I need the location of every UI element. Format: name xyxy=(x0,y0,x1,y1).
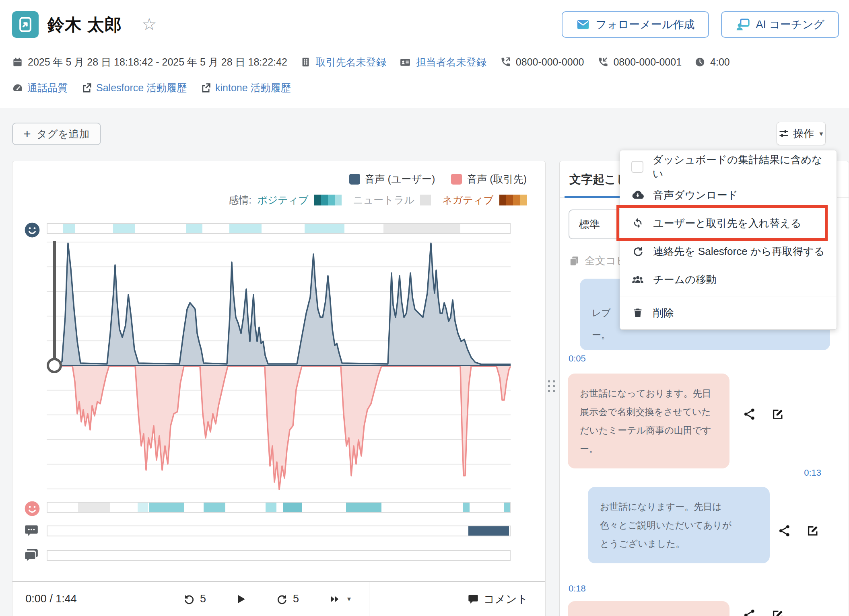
share-icon[interactable] xyxy=(743,407,756,421)
menu-item-label: 連絡先を Salesforce から再取得する xyxy=(653,244,824,259)
account-name-link[interactable]: 取引先名未登録 xyxy=(316,55,386,69)
bubble-line: 色々とご説明いただいてありが xyxy=(600,516,758,534)
negative-swatch xyxy=(499,195,527,205)
sentiment-segment xyxy=(149,503,184,512)
external-link-icon xyxy=(81,82,92,93)
team-icon xyxy=(631,273,644,286)
clock-icon xyxy=(694,57,705,68)
outbound-call-icon xyxy=(12,11,39,38)
transcript-bubble-user[interactable]: お世話になりますー。先日は 色々とご説明いただいてありが とうございました。 xyxy=(588,487,770,563)
menu-divider xyxy=(620,296,837,296)
call-duration: 4:00 xyxy=(710,56,730,68)
menu-item-refetch-salesforce[interactable]: 連絡先を Salesforce から再取得する xyxy=(620,237,837,265)
waveform-chart[interactable] xyxy=(47,241,511,490)
play-button[interactable] xyxy=(219,582,263,616)
bubble-line: だいたミーテル商事の山田です xyxy=(580,421,717,439)
menu-item-audio-download[interactable]: 音声ダウンロード xyxy=(620,181,837,209)
menu-item-delete[interactable]: 削除 xyxy=(620,299,837,327)
transcript-bubble-customer[interactable]: こちらこそお時間ありがとうご ざいました。 xyxy=(568,601,729,616)
timestamp-link[interactable]: 0:18 xyxy=(569,583,586,594)
share-icon[interactable] xyxy=(778,524,791,538)
copy-icon xyxy=(569,255,580,267)
outgoing-call-icon xyxy=(499,56,511,68)
skip-back-button[interactable]: 5 xyxy=(170,582,219,616)
swap-refresh-icon xyxy=(631,217,644,229)
actions-dropdown-menu: ダッシュボードの集計結果に含めない 音声ダウンロード ユーザーと取引先を入れ替え… xyxy=(620,150,837,330)
ai-coaching-button[interactable]: AI コーチング xyxy=(721,11,839,38)
sentiment-legend: 感情: ポジティブ ニュートラル ネガティブ xyxy=(229,193,527,207)
customer-voice-label: 音声 (取引先) xyxy=(467,172,527,186)
menu-item-label: 音声ダウンロード xyxy=(653,188,738,202)
neutral-swatch xyxy=(420,195,431,205)
sentiment-segment xyxy=(504,503,510,512)
skip-forward-button[interactable]: 5 xyxy=(263,582,312,616)
call-quality-link[interactable]: 通話品質 xyxy=(27,81,68,94)
skip-forward-label: 5 xyxy=(293,593,299,605)
undo-arrow-icon xyxy=(183,593,195,605)
menu-item-label: ユーザーと取引先を入れ替える xyxy=(653,216,801,230)
external-link-icon xyxy=(200,82,211,93)
comment-button[interactable]: コメント xyxy=(450,582,545,616)
user-sentiment-bar[interactable] xyxy=(47,223,511,234)
salesforce-history-link[interactable]: Salesforce 活動履歴 xyxy=(96,81,187,94)
player-spacer xyxy=(369,582,450,616)
sentiment-segment xyxy=(463,503,470,512)
sentiment-segment xyxy=(63,224,75,233)
call-analysis-panel: 音声 (ユーザー) 音声 (取引先) 感情: ポジティブ ニュートラル ネガティ… xyxy=(12,161,546,616)
audio-player: 0:00 / 1:44 5 5 ▼ コメント xyxy=(12,581,545,616)
mail-icon xyxy=(576,18,590,31)
sentiment-segment xyxy=(113,224,135,233)
bubble-line: こちらこそお時間ありがとうご xyxy=(580,612,717,616)
ai-coaching-label: AI コーチング xyxy=(756,17,824,32)
callee-number: 0800-000-0001 xyxy=(613,56,682,68)
skip-back-label: 5 xyxy=(200,593,206,605)
share-icon[interactable] xyxy=(743,608,756,616)
playhead-handle[interactable] xyxy=(48,359,61,372)
comment-button-label: コメント xyxy=(484,592,528,606)
calendar-icon xyxy=(12,57,23,68)
sentiment-label: 感情: xyxy=(229,193,251,207)
timestamp-link[interactable]: 0:05 xyxy=(569,353,586,364)
comment-dots-icon xyxy=(24,523,39,538)
ai-coaching-icon xyxy=(736,17,750,32)
menu-item-swap-user-account[interactable]: ユーザーと取引先を入れ替える xyxy=(620,209,837,237)
sentiment-segment xyxy=(305,224,344,233)
contact-name-link[interactable]: 担当者名未登録 xyxy=(416,55,486,69)
keyword-bar[interactable] xyxy=(47,526,511,536)
call-datetime: 2025 年 5 月 28 日 18:18:42 - 2025 年 5 月 28… xyxy=(28,55,287,69)
fast-forward-icon xyxy=(329,593,341,605)
play-icon xyxy=(235,593,247,605)
customer-sentiment-bar[interactable] xyxy=(47,502,511,513)
menu-item-exclude-dashboard[interactable]: ダッシュボードの集計結果に含めない xyxy=(620,153,837,181)
playback-speed-button[interactable]: ▼ xyxy=(312,582,369,616)
timestamp-link[interactable]: 0:13 xyxy=(568,468,821,478)
checkbox[interactable] xyxy=(631,161,643,173)
panel-resize-handle[interactable] xyxy=(548,380,555,392)
positive-label: ポジティブ xyxy=(257,193,309,207)
cloud-download-icon xyxy=(631,189,644,201)
caller-number: 0800-000-0000 xyxy=(516,56,584,68)
user-smiley-icon xyxy=(24,222,41,238)
sentiment-segment xyxy=(78,503,110,512)
edit-icon[interactable] xyxy=(806,524,820,538)
negative-label: ネガティブ xyxy=(442,193,494,207)
incoming-call-icon xyxy=(597,56,608,68)
kintone-history-link[interactable]: kintone 活動履歴 xyxy=(215,81,291,94)
voice-legend: 音声 (ユーザー) 音声 (取引先) xyxy=(349,172,527,186)
actions-label: 操作 xyxy=(793,127,814,141)
sentiment-segment xyxy=(468,526,509,536)
edit-icon[interactable] xyxy=(771,407,785,421)
add-tag-button[interactable]: + タグを追加 xyxy=(12,123,101,145)
actions-button[interactable]: 操作 ▼ xyxy=(777,122,826,145)
comment-marker-bar[interactable] xyxy=(47,550,511,561)
edit-icon[interactable] xyxy=(771,608,785,616)
sentiment-segment xyxy=(283,503,302,512)
menu-item-move-team[interactable]: チームの移動 xyxy=(620,265,837,294)
star-icon[interactable]: ☆ xyxy=(142,14,157,34)
user-voice-swatch xyxy=(349,174,360,185)
transcript-bubble-customer[interactable]: お世話になっております。先日 展示会で名刺交換をさせていた だいたミーテル商事の… xyxy=(568,374,729,468)
follow-mail-button[interactable]: フォローメール作成 xyxy=(562,11,709,38)
bubble-line: 展示会で名刺交換をさせていた xyxy=(580,402,717,421)
chevron-down-icon: ▼ xyxy=(818,130,824,137)
redo-arrow-icon xyxy=(276,593,288,605)
